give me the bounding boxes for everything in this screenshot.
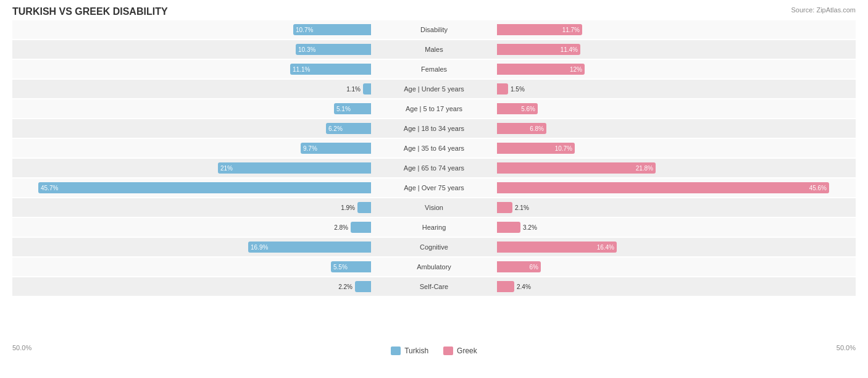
row-label: Age | 65 to 74 years [372, 164, 496, 172]
row-label: Age | 5 to 17 years [372, 105, 496, 112]
chart-row: 1.1% Age | Under 5 years 1.5% [12, 80, 856, 98]
chart-row: 5.1% Age | 5 to 17 years 5.6% [12, 99, 856, 118]
bar-greek: 10.7% [497, 143, 575, 154]
bar-turkish [357, 202, 371, 213]
value-right: 5.6% [521, 106, 535, 112]
axis-left: 50.0% [12, 344, 31, 355]
bar-left-container: 2.2% [12, 277, 372, 296]
value-right: 45.6% [809, 185, 827, 191]
legend-label-turkish: Turkish [404, 346, 428, 355]
bar-turkish: 6.2% [326, 123, 371, 134]
legend: Turkish Greek [391, 346, 477, 355]
source-label: Source: ZipAtlas.com [791, 6, 856, 14]
bar-turkish: 9.7% [301, 143, 371, 154]
bar-greek: 45.6% [497, 182, 829, 193]
bar-turkish [351, 222, 371, 233]
value-left: 2.2% [338, 284, 353, 290]
bar-turkish [363, 83, 371, 94]
value-right: 2.1% [515, 204, 529, 211]
bar-left-container: 5.5% [12, 258, 372, 276]
value-left: 10.3% [298, 46, 315, 53]
chart-area: 10.7% Disability 11.7% 10.3% Males 11.4% [12, 20, 856, 342]
value-right: 3.2% [523, 224, 537, 231]
legend-box-turkish [391, 346, 401, 355]
bar-turkish [355, 281, 371, 292]
value-right: 11.7% [562, 27, 580, 33]
chart-row: 21% Age | 65 to 74 years 21.8% [12, 159, 856, 177]
bar-right-container: 6% [496, 258, 856, 276]
chart-row: 45.7% Age | Over 75 years 45.6% [12, 178, 856, 197]
chart-row: 10.3% Males 11.4% [12, 40, 856, 59]
value-left: 16.9% [251, 244, 268, 251]
bar-greek [497, 83, 508, 94]
legend-box-greek [443, 346, 453, 355]
chart-row: 5.5% Ambulatory 6% [12, 258, 856, 276]
bar-right-container: 2.4% [496, 277, 856, 296]
bar-greek: 12% [497, 64, 585, 75]
bar-turkish: 10.7% [293, 24, 371, 35]
bar-greek: 11.4% [497, 44, 580, 55]
bar-greek: 11.7% [497, 24, 582, 35]
row-label: Males [372, 46, 496, 53]
row-label: Cognitive [372, 243, 496, 251]
axis-right: 50.0% [837, 344, 856, 355]
bar-turkish: 11.1% [290, 64, 371, 75]
bar-left-container: 10.7% [12, 20, 372, 39]
bar-left-container: 1.9% [12, 198, 372, 217]
bottom-axis: 50.0% Turkish Greek 50.0% [12, 342, 856, 355]
legend-turkish: Turkish [391, 346, 428, 355]
bar-right-container: 11.4% [496, 40, 856, 59]
bar-left-container: 6.2% [12, 119, 372, 138]
bar-right-container: 6.8% [496, 119, 856, 138]
chart-container: TURKISH VS GREEK DISABILITY Source: ZipA… [0, 0, 868, 378]
bar-turkish: 5.5% [331, 261, 371, 272]
bar-right-container: 10.7% [496, 139, 856, 158]
row-label: Disability [372, 26, 496, 33]
row-label: Age | Under 5 years [372, 85, 496, 93]
bar-right-container: 3.2% [496, 218, 856, 237]
value-left: 45.7% [41, 185, 58, 191]
bar-greek [497, 222, 520, 233]
bar-greek: 5.6% [497, 103, 538, 114]
bar-left-container: 1.1% [12, 80, 372, 98]
bar-greek [497, 202, 512, 213]
bar-right-container: 21.8% [496, 159, 856, 177]
bar-turkish: 45.7% [38, 182, 371, 193]
bar-turkish: 21% [218, 162, 371, 174]
bar-left-container: 9.7% [12, 139, 372, 158]
legend-greek: Greek [443, 346, 477, 355]
bar-right-container: 5.6% [496, 99, 856, 118]
chart-row: 2.2% Self-Care 2.4% [12, 277, 856, 296]
value-right: 2.4% [517, 284, 531, 290]
bar-right-container: 1.5% [496, 80, 856, 98]
bar-left-container: 21% [12, 159, 372, 177]
row-label: Hearing [372, 224, 496, 231]
row-label: Vision [372, 204, 496, 211]
value-left: 1.9% [341, 204, 355, 211]
bar-greek: 21.8% [497, 162, 656, 174]
value-right: 11.4% [561, 46, 578, 53]
value-left: 5.5% [333, 264, 348, 271]
row-label: Ambulatory [372, 263, 496, 271]
bar-left-container: 45.7% [12, 178, 372, 197]
value-right: 6% [530, 264, 538, 271]
row-label: Self-Care [372, 283, 496, 290]
chart-title: TURKISH VS GREEK DISABILITY [12, 6, 856, 17]
bar-greek: 6.8% [497, 123, 546, 134]
value-left: 10.7% [296, 27, 313, 33]
chart-row: 10.7% Disability 11.7% [12, 20, 856, 39]
chart-row: 2.8% Hearing 3.2% [12, 218, 856, 237]
bar-left-container: 5.1% [12, 99, 372, 118]
legend-label-greek: Greek [457, 346, 477, 355]
bar-right-container: 2.1% [496, 198, 856, 217]
row-label: Age | Over 75 years [372, 184, 496, 191]
chart-row: 9.7% Age | 35 to 64 years 10.7% [12, 139, 856, 158]
value-left: 2.8% [334, 224, 348, 231]
value-left: 1.1% [346, 86, 361, 93]
value-left: 11.1% [293, 66, 310, 73]
bar-right-container: 45.6% [496, 178, 856, 197]
value-left: 5.1% [336, 106, 351, 112]
bar-left-container: 11.1% [12, 60, 372, 78]
chart-row: 11.1% Females 12% [12, 60, 856, 78]
value-right: 6.8% [530, 125, 544, 132]
